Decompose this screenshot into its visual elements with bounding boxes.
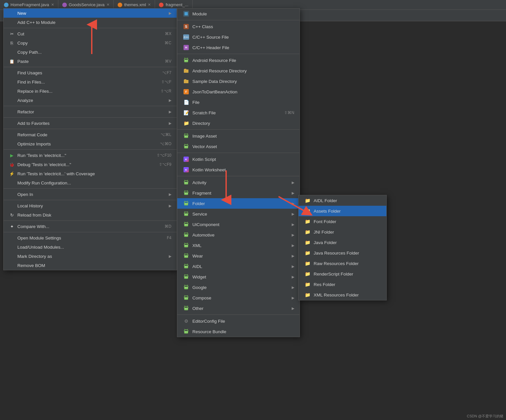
menu-middle-ui-component[interactable]: UiComponent ▶ bbox=[177, 219, 300, 230]
tab-close-goods[interactable]: ✕ bbox=[107, 3, 109, 7]
copy-path-icon bbox=[9, 49, 15, 55]
s-class-icon: S bbox=[183, 23, 190, 30]
menu-item-replace-files[interactable]: Replace in Files... ⇧⌥R bbox=[4, 86, 177, 96]
editorconfig-icon: ⚙ bbox=[183, 317, 190, 325]
menu-item-module-settings[interactable]: Open Module Settings F4 bbox=[4, 233, 177, 242]
menu-middle-android-res[interactable]: Android Resource File bbox=[177, 55, 300, 66]
svg-line-88 bbox=[187, 295, 188, 296]
menu-right-font-folder[interactable]: 📁 Font Folder bbox=[299, 216, 386, 227]
menu-item-find-usages[interactable]: Find Usages ⌥F7 bbox=[4, 68, 177, 77]
menu-middle-label-automotive: Automotive bbox=[192, 233, 215, 238]
menu-item-add-favorites[interactable]: Add to Favorites ▶ bbox=[4, 119, 177, 128]
menu-middle-automotive[interactable]: Automotive ▶ bbox=[177, 230, 300, 240]
menu-right-aidl-folder[interactable]: 📁 AIDL Folder bbox=[299, 195, 386, 206]
menu-right-raw-res-folder[interactable]: 📁 Raw Resources Folder bbox=[299, 258, 386, 269]
service-icon bbox=[183, 210, 190, 218]
mid-sep-3 bbox=[177, 129, 300, 130]
automotive-icon bbox=[183, 231, 190, 239]
menu-middle-fragment[interactable]: Fragment ▶ bbox=[177, 188, 300, 198]
menu-item-load-modules[interactable]: Load/Unload Modules... bbox=[4, 242, 177, 252]
menu-item-remove-bom[interactable]: Remove BOM bbox=[4, 261, 177, 270]
svg-point-12 bbox=[185, 136, 186, 137]
menu-middle-directory[interactable]: 📁 Directory bbox=[177, 118, 300, 128]
menu-middle-label-kotlin-script: Kotlin Script bbox=[192, 157, 216, 162]
menu-middle-cpp-header[interactable]: H C/C++ Header File bbox=[177, 42, 300, 53]
menu-right-assets-folder[interactable]: 📁 Assets Folder bbox=[299, 206, 386, 216]
menu-item-find-in-files[interactable]: Find in Files... ⇧⌥F bbox=[4, 77, 177, 86]
menu-middle-compose[interactable]: Compose ▶ bbox=[177, 293, 300, 303]
menu-item-run-coverage[interactable]: ⚡ Run 'Tests in 'electricit...' with Cov… bbox=[4, 169, 177, 178]
menu-middle-module[interactable]: Module bbox=[177, 9, 300, 19]
menu-middle-kotlin-worksheet[interactable]: K Kotlin Worksheet bbox=[177, 164, 300, 175]
svg-line-70 bbox=[187, 264, 188, 264]
aidl-icon bbox=[183, 263, 190, 270]
menu-item-reload[interactable]: ↻ Reload from Disk bbox=[4, 210, 177, 220]
menu-item-paste[interactable]: 📋 Paste ⌘V bbox=[4, 57, 177, 66]
json-dart-icon: F bbox=[183, 88, 190, 95]
menu-label-mark-dir: Mark Directory as bbox=[17, 254, 52, 259]
menu-item-modify-run[interactable]: Modify Run Configuration... bbox=[4, 178, 177, 187]
menu-middle-google[interactable]: Google ▶ bbox=[177, 282, 300, 293]
menu-right-java-folder[interactable]: 📁 Java Folder bbox=[299, 237, 386, 248]
menu-item-local-history[interactable]: Local History ▶ bbox=[4, 201, 177, 210]
tab-close-home[interactable]: ✕ bbox=[51, 3, 54, 7]
menu-middle-json-dart[interactable]: F JsonToDartBeanAction bbox=[177, 86, 300, 97]
menu-middle-aidl[interactable]: AIDL ▶ bbox=[177, 261, 300, 272]
menu-middle-scratch[interactable]: 📝 Scratch File ⇧⌘N bbox=[177, 107, 300, 118]
folder-android-icon bbox=[183, 200, 190, 207]
menu-middle-folder[interactable]: Folder ▶ bbox=[177, 198, 300, 209]
menu-item-optimize-imports[interactable]: Optimize Imports ⌥⌘O bbox=[4, 139, 177, 148]
menu-middle-editorconfig[interactable]: ⚙ EditorConfig File bbox=[177, 316, 300, 326]
menu-item-debug-tests[interactable]: 🐞 Debug 'Tests in 'electricit...'' ⇧⌥F9 bbox=[4, 160, 177, 169]
menu-right-label-xml-res-folder: XML Resources Folder bbox=[314, 293, 359, 297]
replace-files-shortcut: ⇧⌥R bbox=[161, 89, 171, 93]
paste-icon: 📋 bbox=[9, 58, 15, 64]
menu-middle-wear[interactable]: Wear ▶ bbox=[177, 251, 300, 261]
menu-middle-activity[interactable]: Activity ▶ bbox=[177, 177, 300, 188]
android-res-icon bbox=[183, 57, 190, 64]
menu-middle-resource-bundle[interactable]: Resource Bundle bbox=[177, 326, 300, 337]
aidl-arrow: ▶ bbox=[292, 264, 294, 269]
menu-item-open-in[interactable]: Open In ▶ bbox=[4, 190, 177, 199]
menu-item-copy-path[interactable]: Copy Path... bbox=[4, 48, 177, 57]
menu-middle-image-asset[interactable]: Image Asset bbox=[177, 131, 300, 141]
ui-component-arrow: ▶ bbox=[292, 222, 294, 227]
menu-item-new[interactable]: New ▶ bbox=[4, 9, 177, 18]
menu-item-reformat[interactable]: Reformat Code ⌥⌘L bbox=[4, 130, 177, 139]
menu-item-mark-directory[interactable]: Mark Directory as ▶ bbox=[4, 252, 177, 261]
menu-middle-label-activity: Activity bbox=[192, 180, 206, 185]
menu-middle-xml[interactable]: XML ▶ bbox=[177, 240, 300, 251]
menu-label-open-in: Open In bbox=[17, 192, 33, 197]
paste-shortcut: ⌘V bbox=[165, 59, 171, 64]
menu-item-refactor[interactable]: Refactor ▶ bbox=[4, 107, 177, 116]
menu-middle-other[interactable]: Other ▶ bbox=[177, 303, 300, 314]
menu-right-java-res-folder[interactable]: 📁 Java Resources Folder bbox=[299, 248, 386, 258]
svg-rect-47 bbox=[184, 224, 188, 226]
menu-item-analyze[interactable]: Analyze ▶ bbox=[4, 96, 177, 105]
svg-line-16 bbox=[187, 144, 188, 144]
menu-right-res-folder[interactable]: 📁 Res Folder bbox=[299, 279, 386, 290]
menu-right-jni-folder[interactable]: 📁 JNI Folder bbox=[299, 227, 386, 237]
tab-close-themes[interactable]: ✕ bbox=[148, 3, 151, 7]
menu-item-cut[interactable]: ✂ Cut ⌘X bbox=[4, 29, 177, 38]
menu-item-copy[interactable]: ⎘ Copy ⌘C bbox=[4, 38, 177, 48]
menu-middle-kotlin-script[interactable]: K Kotlin Script bbox=[177, 154, 300, 164]
menu-middle-android-res-dir[interactable]: Android Resource Directory bbox=[177, 66, 300, 76]
menu-middle-sample-data[interactable]: Sample Data Directory bbox=[177, 76, 300, 86]
svg-point-103 bbox=[187, 332, 187, 333]
menu-item-add-cpp[interactable]: Add C++ to Module bbox=[4, 18, 177, 27]
menu-middle-cpp-source[interactable]: C++ C/C++ Source File bbox=[177, 32, 300, 42]
menu-item-compare[interactable]: ✦ Compare With... ⌘D bbox=[4, 222, 177, 231]
menu-middle-widget[interactable]: Widget ▶ bbox=[177, 272, 300, 282]
menu-right-renderscript-folder[interactable]: 📁 RenderScript Folder bbox=[299, 269, 386, 279]
svg-line-75 bbox=[185, 274, 185, 275]
menu-middle-cpp-class[interactable]: S C++ Class bbox=[177, 21, 300, 32]
menu-middle-file[interactable]: 📄 File bbox=[177, 97, 300, 107]
menu-item-run-tests[interactable]: ▶ Run 'Tests in 'electricit...'' ⇧⌥F10 bbox=[4, 151, 177, 160]
svg-rect-35 bbox=[184, 203, 188, 205]
debug-icon: 🐞 bbox=[9, 162, 15, 167]
separator-3 bbox=[4, 106, 177, 106]
menu-middle-service[interactable]: Service ▶ bbox=[177, 209, 300, 219]
menu-middle-vector-asset[interactable]: Vector Asset bbox=[177, 141, 300, 152]
menu-right-xml-res-folder[interactable]: 📁 XML Resources Folder bbox=[299, 290, 386, 300]
